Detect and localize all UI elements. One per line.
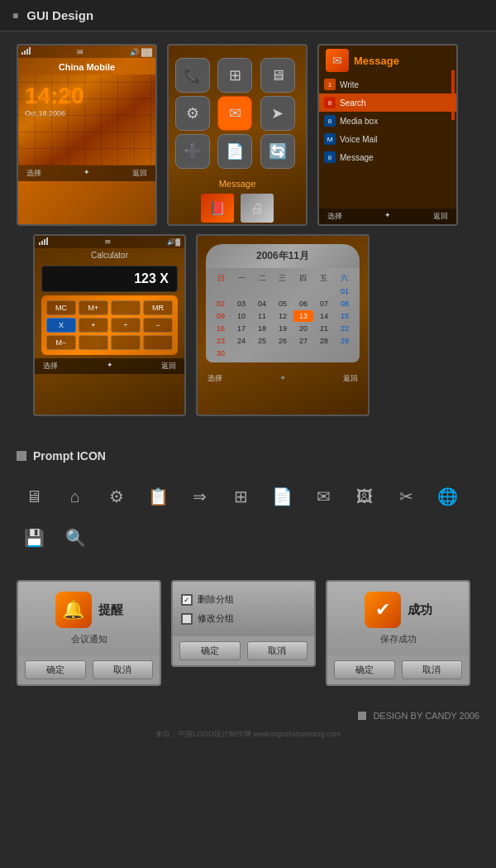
calc-key-x[interactable]: X [46,318,76,333]
calc-key-mminus[interactable]: M− [46,335,76,350]
cal-day-10[interactable]: 10 [231,310,251,322]
cal-day-25[interactable]: 25 [252,335,272,347]
dialog2-cancel-btn[interactable]: 取消 [247,641,308,660]
cal-day-02[interactable]: 02 [211,298,231,309]
softkey-left-s3[interactable]: 选择 [327,211,342,222]
softkey-mid-s4[interactable]: ✦ [107,361,113,372]
cal-day-15[interactable]: 15 [335,310,355,322]
softkey-mid-s5[interactable]: ✦ [279,373,286,384]
calc-key-mr[interactable]: MR [143,300,173,315]
calc-key-mc[interactable]: MC [46,300,76,315]
cal-day-07[interactable]: 07 [314,298,334,309]
cal-day-16[interactable]: 16 [211,323,231,334]
cal-day-03[interactable]: 03 [231,298,251,309]
softkey-left-s5[interactable]: 选择 [207,373,222,384]
cal-day-14[interactable]: 14 [314,310,334,322]
app-icon-plus[interactable]: ➕ [175,134,210,169]
sms-icon-s4: ✉ [105,238,111,246]
cal-day-23[interactable]: 23 [211,335,231,347]
app-icon-arrow[interactable]: ➤ [260,96,295,131]
menu-label-message: Message [340,153,374,162]
app-icon-monitor[interactable]: 🖥 [260,58,295,93]
prompt-icon-home[interactable]: ⌂ [62,483,88,510]
checkbox-2[interactable] [181,613,193,625]
app-icon-mail[interactable]: ✉ [217,96,252,131]
checkbox-row-2[interactable]: 修改分组 [181,609,306,628]
cal-day-12[interactable]: 12 [273,310,293,322]
softkey-mid-s3[interactable]: ✦ [384,211,391,222]
prompt-icon-cut[interactable]: ✂ [393,483,419,510]
calc-key-minus[interactable]: − [143,318,173,333]
dialog3-ok-btn[interactable]: 确定 [334,660,395,679]
cal-day-24[interactable]: 24 [231,335,251,347]
prompt-icon-search[interactable]: 🔍 [62,525,88,551]
prompt-icon-save[interactable]: 💾 [21,525,47,551]
menu-item-voicemail[interactable]: M Voice Mail [319,130,456,148]
cal-day-30[interactable]: 30 [211,348,231,359]
cal-day-19[interactable]: 19 [273,323,293,334]
dialog3-row: ✔ 成功 [365,592,432,628]
prompt-icon-doc[interactable]: 📄 [269,483,295,510]
cal-day-28[interactable]: 28 [314,335,334,347]
prompt-icon-monitor[interactable]: 🖥 [21,483,47,510]
softkey-left[interactable]: 选择 [26,168,41,179]
app-icon-refresh[interactable]: 🔄 [260,134,295,169]
cal-day-21[interactable]: 21 [314,323,334,334]
cal-day-27[interactable]: 27 [293,335,313,347]
prompt-icon-mail[interactable]: ✉ [310,483,336,510]
cal-day-22[interactable]: 22 [335,323,355,334]
cal-day-empty3 [252,285,272,297]
cal-day-20[interactable]: 20 [293,323,313,334]
cal-day-13[interactable]: 13 [293,310,313,322]
app-icon-gear[interactable]: ⚙ [175,96,210,131]
dialog1-ok-btn[interactable]: 确定 [25,660,86,679]
cal-day-01[interactable]: 01 [335,285,355,297]
softkey-left-s4[interactable]: 选择 [43,361,58,372]
checkbox-row-1[interactable]: ✓ 删除分组 [181,590,306,609]
day-sun: 日 [211,273,231,284]
calc-key-plus[interactable]: + [79,318,108,333]
prompt-icon-image[interactable]: 🖼 [351,483,378,510]
cal-day-29[interactable]: 29 [335,335,355,347]
prompt-icon-globe[interactable]: 🌐 [434,483,460,510]
cal-day-09[interactable]: 09 [211,310,231,322]
prompt-icon-grid[interactable]: ⊞ [227,483,254,510]
dialog2-ok-btn[interactable]: 确定 [179,641,241,660]
checkbox-1[interactable]: ✓ [181,594,193,606]
app-icon-phone[interactable]: 📞 [175,58,210,93]
app-icon-doc[interactable]: 📄 [217,134,252,169]
dialog1-cancel-btn[interactable]: 取消 [93,660,154,679]
menu-item-write[interactable]: 1 Write [319,75,456,94]
softkey-right-s3[interactable]: 返回 [433,211,448,222]
cal-day-18[interactable]: 18 [252,323,272,334]
prompt-icon-arrow[interactable]: ⇒ [186,483,212,510]
calc-key-mplus[interactable]: M+ [79,300,108,315]
menu-label-write: Write [340,80,359,89]
footer-icon [358,712,366,720]
cal-day-08[interactable]: 08 [335,298,355,309]
calendar-month: 2006年11月 [206,244,360,268]
menu-item-message[interactable]: 8 Message [319,148,456,166]
app-icon-grid[interactable]: ⊞ [217,58,252,93]
prompt-icon-clipboard[interactable]: 📋 [145,483,171,510]
prompt-icon-gear[interactable]: ⚙ [103,483,130,510]
cal-day-04[interactable]: 04 [252,298,272,309]
menu-item-search[interactable]: 8 Search [319,94,456,112]
menu-item-mediabox[interactable]: 8 Media box [319,112,456,130]
softkey-right[interactable]: 返回 [132,168,147,179]
calc-key-div[interactable]: ÷ [111,318,141,333]
dialog3-title: 成功 [408,602,432,618]
cal-day-17[interactable]: 17 [231,323,251,334]
dialog3-cancel-btn[interactable]: 取消 [402,660,463,679]
cal-day-11[interactable]: 11 [252,310,272,322]
cal-day-05[interactable]: 05 [273,298,293,309]
softkey-right-s5[interactable]: 返回 [343,373,358,384]
menu-num-voicemail: M [324,133,336,145]
softkey-right-s4[interactable]: 返回 [161,361,176,372]
cal-day-empty1 [211,285,231,297]
softkey-mid[interactable]: ✦ [83,168,90,179]
calc-key-empty2 [79,335,108,350]
cal-day-26[interactable]: 26 [273,335,293,347]
cal-day-06[interactable]: 06 [293,298,313,309]
screen3-header: ✉ Message [319,46,456,75]
